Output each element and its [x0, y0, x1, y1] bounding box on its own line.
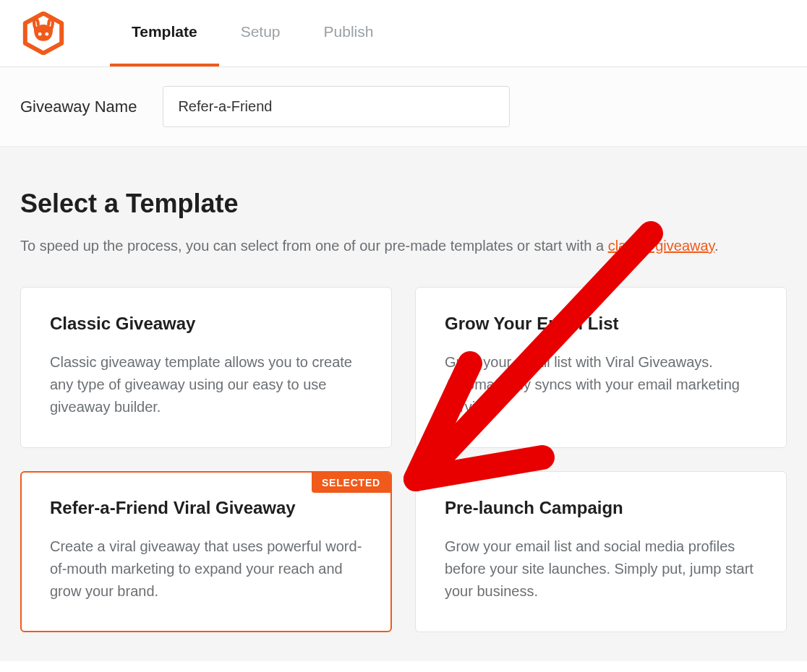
card-title: Pre-launch Campaign: [445, 498, 757, 518]
giveaway-name-input[interactable]: [163, 86, 510, 127]
tab-bar: Template Setup Publish: [110, 0, 395, 66]
lead-text-suffix: .: [714, 238, 719, 254]
template-card-classic[interactable]: Classic Giveaway Classic giveaway templa…: [20, 287, 392, 448]
header-bar: Template Setup Publish: [0, 0, 807, 67]
card-desc: Classic giveaway template allows you to …: [50, 351, 362, 418]
template-grid: Classic Giveaway Classic giveaway templa…: [20, 287, 787, 632]
giveaway-name-label: Giveaway Name: [20, 98, 137, 116]
giveaway-name-bar: Giveaway Name: [0, 67, 807, 147]
card-desc: Create a viral giveaway that uses powerf…: [50, 535, 362, 603]
page-heading: Select a Template: [20, 189, 787, 219]
lead-text-prefix: To speed up the process, you can select …: [20, 238, 608, 254]
template-card-prelaunch[interactable]: Pre-launch Campaign Grow your email list…: [415, 471, 787, 632]
card-title: Refer-a-Friend Viral Giveaway: [50, 498, 362, 518]
tab-publish[interactable]: Publish: [302, 0, 396, 66]
card-desc: Grow your email list and social media pr…: [445, 535, 757, 603]
content-area: Select a Template To speed up the proces…: [0, 147, 807, 661]
template-card-refer-a-friend[interactable]: SELECTED Refer-a-Friend Viral Giveaway C…: [20, 471, 392, 632]
svg-point-2: [45, 33, 48, 36]
card-desc: Grow your email list with Viral Giveaway…: [445, 351, 757, 418]
svg-point-1: [38, 33, 42, 36]
card-title: Grow Your Email List: [445, 314, 757, 334]
page-lead: To speed up the process, you can select …: [20, 235, 787, 257]
tab-template[interactable]: Template: [110, 0, 219, 66]
selected-badge: SELECTED: [312, 473, 390, 493]
template-card-grow-email[interactable]: Grow Your Email List Grow your email lis…: [415, 287, 787, 448]
card-title: Classic Giveaway: [50, 314, 362, 334]
tab-setup[interactable]: Setup: [219, 0, 302, 66]
classic-giveaway-link[interactable]: classic giveaway: [608, 238, 714, 254]
app-logo: [20, 10, 67, 56]
